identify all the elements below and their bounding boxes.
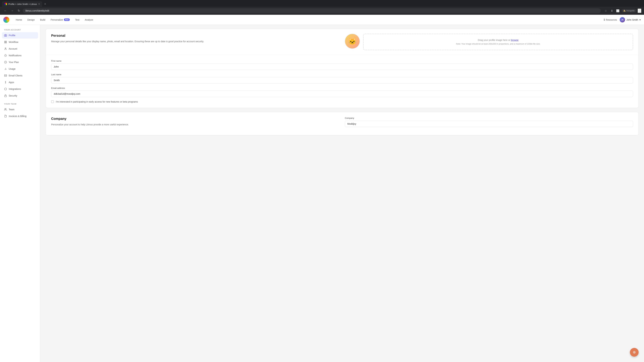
sidebar-item-notifications[interactable]: Notifications xyxy=(2,52,38,59)
email-label: Email address xyxy=(51,87,633,89)
svg-point-14 xyxy=(5,108,6,109)
incognito-icon: 🕵 xyxy=(623,9,626,12)
sidebar-item-usage[interactable]: Usage xyxy=(2,66,38,72)
first-name-input[interactable] xyxy=(51,63,633,70)
company-input[interactable] xyxy=(345,121,633,127)
incognito-badge: 🕵 Incognito xyxy=(622,9,636,12)
svg-point-5 xyxy=(5,48,6,49)
avatar-image: 🐱 xyxy=(345,34,360,48)
plan-icon xyxy=(4,61,7,64)
first-name-group: First name xyxy=(51,60,633,70)
reload-button[interactable]: ↻ xyxy=(16,8,22,13)
sidebar-item-profile[interactable]: Profile xyxy=(2,32,38,38)
personal-section-info: Personal Manage your personal details li… xyxy=(51,34,340,50)
bell-icon xyxy=(4,54,7,57)
sidebar-item-integrations[interactable]: Integrations xyxy=(2,86,38,92)
drag-text: Drag your profile image here or xyxy=(478,39,511,41)
personal-section-header: Personal Manage your personal details li… xyxy=(46,29,638,55)
upload-note: Note: Your image should be at least 200x… xyxy=(368,43,629,45)
integrations-icon xyxy=(4,87,7,90)
svg-rect-3 xyxy=(6,42,6,43)
team-icon xyxy=(4,108,7,111)
company-label: Company xyxy=(345,117,633,119)
user-name: John Smith xyxy=(626,18,638,21)
active-tab[interactable]: Profile > John Smith > Litmus ✕ xyxy=(2,1,42,7)
last-name-label: Last name xyxy=(51,73,633,76)
avatar-initials: JS xyxy=(621,19,623,21)
info-icon: ℹ xyxy=(604,18,605,21)
svg-rect-2 xyxy=(6,41,6,42)
nav-home[interactable]: Home xyxy=(14,17,24,22)
sidebar-item-invoices-billing[interactable]: Invoices & Billing xyxy=(2,113,38,119)
nav-test-label: Test xyxy=(75,18,80,21)
avatar: JS xyxy=(620,17,625,22)
svg-rect-13 xyxy=(4,95,6,97)
sidebar-plan-label: Your Plan xyxy=(9,61,19,63)
new-tab-button[interactable]: + xyxy=(43,2,48,6)
svg-point-12 xyxy=(5,83,6,83)
workflow-icon xyxy=(4,40,7,43)
main-nav: Home Design Build Personalize New Test A… xyxy=(14,17,604,22)
sidebar-integrations-label: Integrations xyxy=(9,88,21,90)
sidebar-team-label: Team xyxy=(9,108,14,111)
sidebar-item-your-plan[interactable]: Your Plan xyxy=(2,59,38,65)
help-button[interactable]: ⊕ xyxy=(630,348,639,357)
sidebar-item-email-clients[interactable]: Email Clients xyxy=(2,72,38,79)
chart-icon xyxy=(4,67,7,70)
incognito-label: Incognito xyxy=(626,9,634,12)
sidebar-item-apps[interactable]: Apps xyxy=(2,79,38,85)
chevron-down-icon: ▾ xyxy=(640,18,641,21)
sidebar-item-account[interactable]: Account xyxy=(2,45,38,52)
beta-checkbox-row: I'm interested in participating in early… xyxy=(51,100,633,103)
personal-description: Manage your personal details like your d… xyxy=(51,39,340,43)
sidebar-security-label: Security xyxy=(9,94,17,97)
nav-build[interactable]: Build xyxy=(38,17,48,22)
nav-personalize[interactable]: Personalize New xyxy=(48,17,72,22)
upload-text: Drag your profile image here or browse xyxy=(368,39,629,41)
sidebar-item-team[interactable]: Team xyxy=(2,106,38,113)
profile-avatar: 🐱 xyxy=(345,34,360,49)
browser-menu-button[interactable]: ⋮ xyxy=(638,8,641,13)
beta-checkbox[interactable] xyxy=(51,100,54,103)
nav-analyze-label: Analyze xyxy=(85,18,93,21)
app-header: Home Design Build Personalize New Test A… xyxy=(0,15,644,25)
back-button[interactable]: ← xyxy=(3,8,8,13)
email-group: Email address xyxy=(51,87,633,97)
tab-close-button[interactable]: ✕ xyxy=(38,3,40,5)
sidebar-email-clients-label: Email Clients xyxy=(9,74,22,77)
user-menu[interactable]: JS John Smith ▾ xyxy=(620,17,641,22)
billing-icon xyxy=(4,115,7,118)
url-input[interactable] xyxy=(23,8,601,13)
svg-point-11 xyxy=(5,81,6,82)
nav-analyze[interactable]: Analyze xyxy=(82,17,96,22)
company-section-card: Company Personalize your account to help… xyxy=(46,112,639,135)
browse-link[interactable]: browse xyxy=(511,39,518,41)
nav-test[interactable]: Test xyxy=(73,17,82,22)
user-icon xyxy=(4,47,7,50)
download-button[interactable]: ⬇ xyxy=(610,8,614,13)
svg-point-0 xyxy=(5,35,6,36)
sidebar-item-workflow[interactable]: Workflow xyxy=(2,39,38,45)
tab-grid-button[interactable]: ⬜ xyxy=(616,8,620,13)
personal-title: Personal xyxy=(51,34,340,37)
nav-design-label: Design xyxy=(27,18,35,21)
bookmark-button[interactable]: ☆ xyxy=(604,8,608,13)
nav-design[interactable]: Design xyxy=(25,17,37,22)
sidebar-item-security[interactable]: Security xyxy=(2,92,38,99)
last-name-input[interactable] xyxy=(51,77,633,83)
app-logo[interactable] xyxy=(3,17,10,23)
forward-button[interactable]: → xyxy=(10,8,15,13)
company-description: Personalize your account to help Litmus … xyxy=(51,123,340,126)
sidebar-account-label: Account xyxy=(9,47,17,50)
email-input[interactable] xyxy=(51,91,633,97)
personal-form-section: First name Last name Email address I'm i… xyxy=(46,55,638,108)
svg-point-10 xyxy=(5,82,6,83)
upload-zone[interactable]: Drag your profile image here or browse N… xyxy=(363,34,633,50)
tab-favicon xyxy=(4,3,7,5)
resources-button[interactable]: ℹ Resources xyxy=(604,18,617,21)
main-content: Personal Manage your personal details li… xyxy=(40,25,644,362)
browser-actions: ☆ ⬇ ⬜ 🕵 Incognito ⋮ xyxy=(604,8,641,13)
address-bar: ← → ↻ ☆ ⬇ ⬜ 🕵 Incognito ⋮ xyxy=(0,7,644,15)
svg-rect-4 xyxy=(4,42,5,43)
tab-label: Profile > John Smith > Litmus xyxy=(8,3,37,5)
